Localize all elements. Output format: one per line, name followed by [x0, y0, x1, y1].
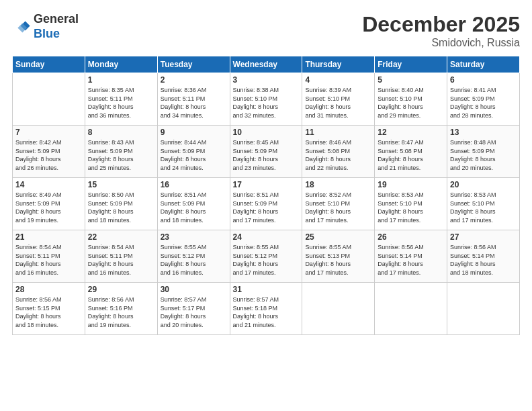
day-info: Sunrise: 8:42 AM Sunset: 5:09 PM Dayligh… [15, 138, 82, 172]
calendar-week-row: 28Sunrise: 8:56 AM Sunset: 5:15 PM Dayli… [13, 283, 520, 335]
table-row: 13Sunrise: 8:48 AM Sunset: 5:09 PM Dayli… [447, 126, 520, 178]
month-title: December 2025 [362, 12, 520, 37]
day-number: 16 [161, 180, 227, 189]
day-info: Sunrise: 8:54 AM Sunset: 5:11 PM Dayligh… [15, 243, 82, 277]
table-row [302, 283, 375, 335]
table-row: 22Sunrise: 8:54 AM Sunset: 5:11 PM Dayli… [85, 230, 157, 283]
day-info: Sunrise: 8:57 AM Sunset: 5:18 PM Dayligh… [233, 295, 300, 329]
day-info: Sunrise: 8:43 AM Sunset: 5:09 PM Dayligh… [88, 138, 154, 172]
day-number: 18 [305, 180, 371, 189]
day-number: 23 [161, 232, 227, 242]
logo-blue: Blue [34, 27, 60, 40]
table-row: 23Sunrise: 8:55 AM Sunset: 5:12 PM Dayli… [157, 230, 230, 283]
day-info: Sunrise: 8:56 AM Sunset: 5:14 PM Dayligh… [378, 243, 444, 277]
day-info: Sunrise: 8:48 AM Sunset: 5:09 PM Dayligh… [450, 138, 517, 172]
table-row: 5Sunrise: 8:40 AM Sunset: 5:10 PM Daylig… [375, 73, 447, 126]
day-info: Sunrise: 8:52 AM Sunset: 5:10 PM Dayligh… [305, 191, 371, 224]
logo-general: General [34, 12, 79, 26]
day-number: 13 [450, 128, 517, 137]
table-row: 17Sunrise: 8:51 AM Sunset: 5:09 PM Dayli… [230, 178, 302, 230]
day-number: 19 [378, 180, 444, 189]
table-row: 2Sunrise: 8:36 AM Sunset: 5:11 PM Daylig… [157, 73, 230, 126]
day-number: 6 [450, 75, 517, 85]
day-number: 12 [378, 128, 444, 137]
day-info: Sunrise: 8:38 AM Sunset: 5:10 PM Dayligh… [233, 86, 300, 120]
table-row: 21Sunrise: 8:54 AM Sunset: 5:11 PM Dayli… [13, 230, 85, 283]
day-number: 31 [233, 285, 300, 294]
day-number: 17 [233, 180, 300, 189]
calendar-week-row: 1Sunrise: 8:35 AM Sunset: 5:11 PM Daylig… [13, 73, 520, 126]
day-number: 8 [88, 128, 154, 137]
logo-icon [12, 17, 31, 36]
day-info: Sunrise: 8:41 AM Sunset: 5:09 PM Dayligh… [450, 86, 517, 120]
day-number: 4 [305, 75, 371, 85]
day-number: 9 [161, 128, 227, 137]
table-row [375, 283, 447, 335]
day-number: 29 [88, 285, 154, 294]
table-row: 19Sunrise: 8:53 AM Sunset: 5:10 PM Dayli… [375, 178, 447, 230]
day-number: 25 [305, 232, 371, 242]
day-number: 3 [233, 75, 300, 85]
day-number: 28 [15, 285, 82, 294]
table-row: 28Sunrise: 8:56 AM Sunset: 5:15 PM Dayli… [13, 283, 85, 335]
table-row: 6Sunrise: 8:41 AM Sunset: 5:09 PM Daylig… [447, 73, 520, 126]
logo: General Blue [12, 12, 79, 41]
table-row: 24Sunrise: 8:55 AM Sunset: 5:12 PM Dayli… [230, 230, 302, 283]
calendar-week-row: 7Sunrise: 8:42 AM Sunset: 5:09 PM Daylig… [13, 126, 520, 178]
table-row [13, 73, 85, 126]
day-number: 21 [15, 232, 82, 242]
day-info: Sunrise: 8:55 AM Sunset: 5:13 PM Dayligh… [305, 243, 371, 277]
header: General Blue December 2025 Smidovich, Ru… [12, 12, 520, 49]
day-number: 22 [88, 232, 154, 242]
day-info: Sunrise: 8:36 AM Sunset: 5:11 PM Dayligh… [161, 86, 227, 120]
col-saturday: Saturday [447, 56, 520, 73]
day-info: Sunrise: 8:51 AM Sunset: 5:09 PM Dayligh… [233, 191, 300, 224]
day-number: 14 [15, 180, 82, 189]
day-number: 24 [233, 232, 300, 242]
day-number: 2 [161, 75, 227, 85]
table-row: 27Sunrise: 8:56 AM Sunset: 5:14 PM Dayli… [447, 230, 520, 283]
day-info: Sunrise: 8:50 AM Sunset: 5:09 PM Dayligh… [88, 191, 154, 224]
day-info: Sunrise: 8:46 AM Sunset: 5:08 PM Dayligh… [305, 138, 371, 172]
table-row: 16Sunrise: 8:51 AM Sunset: 5:09 PM Dayli… [157, 178, 230, 230]
table-row: 20Sunrise: 8:53 AM Sunset: 5:10 PM Dayli… [447, 178, 520, 230]
calendar-week-row: 14Sunrise: 8:49 AM Sunset: 5:09 PM Dayli… [13, 178, 520, 230]
table-row: 9Sunrise: 8:44 AM Sunset: 5:09 PM Daylig… [157, 126, 230, 178]
day-info: Sunrise: 8:49 AM Sunset: 5:09 PM Dayligh… [15, 191, 82, 224]
day-info: Sunrise: 8:53 AM Sunset: 5:10 PM Dayligh… [378, 191, 444, 224]
day-info: Sunrise: 8:53 AM Sunset: 5:10 PM Dayligh… [450, 191, 517, 224]
table-row: 11Sunrise: 8:46 AM Sunset: 5:08 PM Dayli… [302, 126, 375, 178]
table-row: 29Sunrise: 8:56 AM Sunset: 5:16 PM Dayli… [85, 283, 157, 335]
table-row: 10Sunrise: 8:45 AM Sunset: 5:09 PM Dayli… [230, 126, 302, 178]
day-info: Sunrise: 8:40 AM Sunset: 5:10 PM Dayligh… [378, 86, 444, 120]
calendar-table: Sunday Monday Tuesday Wednesday Thursday… [12, 56, 520, 335]
day-number: 27 [450, 232, 517, 242]
title-block: December 2025 Smidovich, Russia [362, 12, 520, 49]
col-wednesday: Wednesday [230, 56, 302, 73]
calendar-header-row: Sunday Monday Tuesday Wednesday Thursday… [13, 56, 520, 73]
day-info: Sunrise: 8:57 AM Sunset: 5:17 PM Dayligh… [161, 295, 227, 329]
table-row [447, 283, 520, 335]
table-row: 12Sunrise: 8:47 AM Sunset: 5:08 PM Dayli… [375, 126, 447, 178]
day-info: Sunrise: 8:56 AM Sunset: 5:14 PM Dayligh… [450, 243, 517, 277]
table-row: 4Sunrise: 8:39 AM Sunset: 5:10 PM Daylig… [302, 73, 375, 126]
day-number: 5 [378, 75, 444, 85]
day-info: Sunrise: 8:39 AM Sunset: 5:10 PM Dayligh… [305, 86, 371, 120]
table-row: 1Sunrise: 8:35 AM Sunset: 5:11 PM Daylig… [85, 73, 157, 126]
day-info: Sunrise: 8:54 AM Sunset: 5:11 PM Dayligh… [88, 243, 154, 277]
table-row: 3Sunrise: 8:38 AM Sunset: 5:10 PM Daylig… [230, 73, 302, 126]
location-subtitle: Smidovich, Russia [362, 37, 520, 49]
calendar-week-row: 21Sunrise: 8:54 AM Sunset: 5:11 PM Dayli… [13, 230, 520, 283]
day-info: Sunrise: 8:55 AM Sunset: 5:12 PM Dayligh… [233, 243, 300, 277]
col-sunday: Sunday [13, 56, 85, 73]
day-number: 11 [305, 128, 371, 137]
table-row: 7Sunrise: 8:42 AM Sunset: 5:09 PM Daylig… [13, 126, 85, 178]
table-row: 31Sunrise: 8:57 AM Sunset: 5:18 PM Dayli… [230, 283, 302, 335]
day-number: 20 [450, 180, 517, 189]
table-row: 30Sunrise: 8:57 AM Sunset: 5:17 PM Dayli… [157, 283, 230, 335]
day-info: Sunrise: 8:51 AM Sunset: 5:09 PM Dayligh… [161, 191, 227, 224]
day-number: 10 [233, 128, 300, 137]
day-info: Sunrise: 8:35 AM Sunset: 5:11 PM Dayligh… [88, 86, 154, 120]
day-number: 26 [378, 232, 444, 242]
table-row: 14Sunrise: 8:49 AM Sunset: 5:09 PM Dayli… [13, 178, 85, 230]
